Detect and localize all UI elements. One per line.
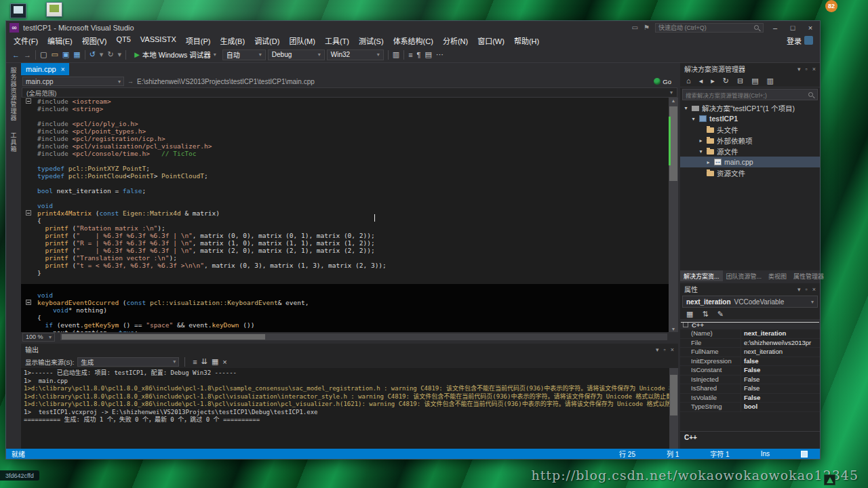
attach-combo[interactable]: 自动▾ [222,49,266,60]
tree-item-[interactable]: ▾源文件 [680,146,820,157]
nav-back-icon[interactable]: ← [10,51,22,59]
code-line[interactable]: print4x4Matrix (const Eigen::Matrix4d & … [21,209,669,217]
property-row[interactable]: IsConstantFalse [680,366,820,375]
config-combo[interactable]: Debug▾ [268,49,325,60]
panel-tab[interactable]: 解决方案资... [680,270,723,281]
undo-icon[interactable]: ↺ [87,50,98,59]
scroll-down-icon[interactable]: ▼ [669,327,678,331]
code-line[interactable]: printf (" | %6.3f %6.3f %6.3f | \n", mat… [21,247,669,254]
solution-explorer-title-bar[interactable]: 解决方案资源管理器 ▾▫× [680,63,820,75]
clear-all-icon[interactable]: × [220,358,229,366]
side-tab[interactable]: 服务器资源管理器 [9,67,18,121]
property-row[interactable]: Filee:\shizhenwei\vs2013pr [680,339,820,348]
alphabetical-icon[interactable]: ⇅ [700,310,710,319]
code-line[interactable]: void* nothing) [21,306,669,314]
code-line[interactable] [21,113,669,120]
code-area[interactable]: #include <iostream>#include <string>#inc… [21,98,669,332]
flag-icon[interactable]: ⚑ [644,24,650,31]
code-line[interactable] [21,157,669,165]
tree-arrow-icon[interactable]: ▾ [690,116,696,122]
menu-item[interactable]: 窗口(W) [473,35,509,47]
tree-item-[interactable]: ▸外部依赖项 [680,135,820,146]
user-icon[interactable] [804,36,813,45]
scrollbar-thumb[interactable] [62,334,265,340]
chevron-down-icon[interactable]: ▾ [797,286,801,293]
close-button[interactable]: × [804,24,816,32]
tree-item-testicp1[interactable]: ▾testICP1 [680,113,820,124]
sign-in-button[interactable]: 登录 [787,35,804,46]
solution-search-input[interactable]: 搜索解决方案资源管理器(Ctrl+;) [682,89,818,100]
start-debug-button[interactable]: ▶ 本地 Windows 调试器 ▾ [130,49,220,60]
menu-item[interactable]: 帮助(H) [509,35,544,47]
fold-toggle-icon[interactable] [26,210,31,216]
title-bar[interactable]: ∞ testICP1 - Microsoft Visual Studio ▭ ⚑… [6,21,820,34]
save-all-icon[interactable]: ▦ [71,50,82,59]
more-commands-icon[interactable]: ⋯ [434,50,446,59]
output-text[interactable]: 1>------ 已启动生成: 项目: testICP1, 配置: Debug … [21,368,678,449]
tree-item-testicp11[interactable]: ▾解决方案"testICP1"(1 个项目) [680,102,820,113]
editor-vertical-scrollbar[interactable]: ▲ ▼ [669,98,678,332]
menu-item[interactable]: 视图(V) [77,35,112,47]
code-line[interactable]: #include <pcl/console/time.h> // TicToc [21,150,669,157]
refresh-icon[interactable]: ↻ [721,77,731,85]
code-line[interactable]: { [21,314,669,321]
menu-item[interactable]: 团队(M) [284,35,320,47]
close-icon[interactable]: × [812,286,816,293]
tree-arrow-icon[interactable]: ▸ [698,138,704,144]
code-line[interactable] [21,284,669,291]
code-line[interactable]: #include <iostream> [21,98,669,105]
menu-item[interactable]: 文件(F) [9,35,43,47]
collapse-all-icon[interactable]: ⊟ [735,77,745,85]
desktop-icon-computer[interactable] [10,3,26,18]
find-message-icon[interactable]: ≡ [191,358,199,366]
file-scope-combo[interactable]: main.cpp ▾ [22,77,124,86]
tab-main-cpp[interactable]: main.cpp × [21,63,69,75]
property-object-combo[interactable]: next_iteration VCCodeVariable ▾ [682,296,818,308]
code-line[interactable]: { [21,217,669,224]
maximize-button[interactable]: □ [787,24,799,32]
code-line[interactable]: } [21,269,669,277]
output-source-combo[interactable]: 生成 ▾ [77,357,179,367]
scope-combo[interactable]: (全局范围) ▾ [22,87,677,98]
comment-icon[interactable]: ¶ [415,51,423,59]
code-line[interactable]: typedef pcl::PointXYZ PointT; [21,165,669,172]
code-line[interactable]: void [21,202,669,209]
property-row[interactable]: IsVolatileFalse [680,394,820,403]
tree-arrow-icon[interactable]: ▾ [683,105,689,111]
menu-item[interactable]: 测试(S) [354,35,389,47]
code-line[interactable]: #include <pcl/visualization/pcl_visualiz… [21,142,669,150]
chevron-down-icon[interactable]: ▾ [98,50,106,59]
property-row[interactable]: InitExpressionfalse [680,357,820,367]
new-file-icon[interactable]: ▢ [38,50,49,59]
scrollbar-thumb[interactable] [670,375,677,415]
menu-item[interactable]: VASSISTX [136,35,181,47]
outline-icon[interactable]: ▤ [423,50,434,59]
menu-item[interactable]: 生成(B) [215,35,250,47]
show-all-files-icon[interactable]: ▤ [749,77,760,85]
word-wrap-icon[interactable]: ▦ [210,357,220,366]
pin-icon[interactable]: ▫ [806,286,808,293]
code-line[interactable] [21,195,669,202]
save-icon[interactable]: ▣ [60,50,71,59]
code-line[interactable]: #include <pcl/point_types.h> [21,127,669,135]
menu-item[interactable]: 分析(N) [438,35,473,47]
redo-icon[interactable]: ↻ [105,50,115,59]
property-section-header[interactable]: C++ [680,320,820,329]
forward-icon[interactable]: ▸ [709,77,717,85]
property-row[interactable]: IsSharedFalse [680,384,820,394]
build-icon[interactable]: ▥ [391,50,401,59]
platform-combo[interactable]: Win32▾ [327,49,384,60]
side-tab[interactable]: 工具箱 [9,132,18,152]
chevron-down-icon[interactable]: ▾ [797,66,801,73]
output-scrollbar[interactable] [669,368,678,449]
code-line[interactable]: printf ("Rotation matrix :\n"); [21,224,669,232]
pin-icon[interactable]: ▫ [806,66,808,73]
desktop-icon-folder[interactable] [46,2,62,17]
nav-forward-icon[interactable]: → [22,51,33,59]
notification-badge[interactable]: 82 [825,0,837,12]
panel-tab[interactable]: 团队资源管... [723,270,766,281]
quick-launch-input[interactable]: 快速启动 (Ctrl+Q) [655,23,764,33]
code-line[interactable]: #include <pcl/io/ply_io.h> [21,120,669,127]
code-line[interactable]: void [21,291,669,299]
scroll-up-icon[interactable]: ▲ [669,98,678,103]
